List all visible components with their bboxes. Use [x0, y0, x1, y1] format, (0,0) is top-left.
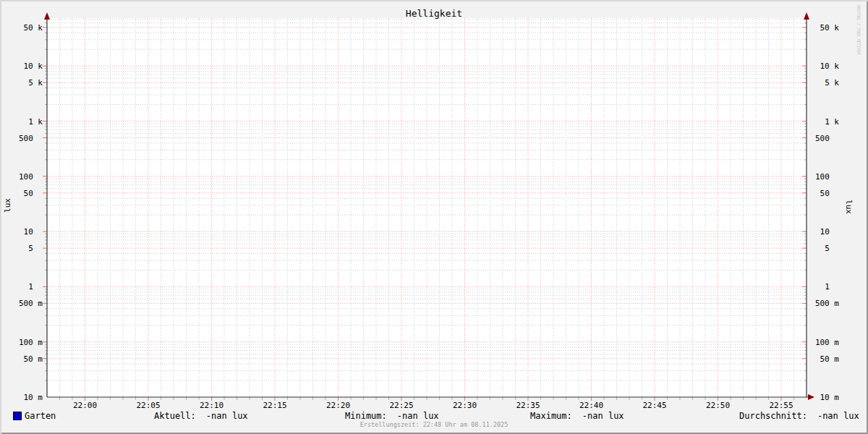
x-tick-label: 22:25 [389, 401, 413, 410]
y-tick-label-right: 10 k [820, 61, 840, 71]
y-tick-label-left: 1 [28, 282, 33, 292]
x-tick-label: 22:20 [326, 401, 350, 410]
x-tick-label: 22:05 [136, 401, 160, 410]
y-tick-label-left: 50 k [24, 23, 43, 33]
x-tick-label: 22:15 [263, 401, 286, 410]
x-tick-label: 22:50 [706, 401, 730, 410]
y-tick-label-left: 500 [19, 134, 33, 143]
y-tick-label-left: 5 [28, 244, 33, 253]
x-tick-label: 22:55 [769, 401, 793, 410]
y-tick-label-right: 50 m [820, 354, 840, 364]
x-tick-label: 22:00 [73, 401, 97, 410]
x-tick-label: 22:35 [516, 401, 540, 410]
x-tick-label: 22:40 [579, 401, 603, 410]
y-axis-label-left: lux [3, 198, 12, 213]
y-tick-label-left: 50 [24, 189, 33, 198]
y-tick-label-right: 50 [820, 189, 830, 198]
x-tick-label: 22:45 [642, 401, 666, 410]
y-axis-label-right: lux [844, 200, 854, 214]
y-tick-label-right: 100 m [815, 338, 839, 347]
rrdtool-graph: 50 k50 k10 k10 k5 k5 k1 k1 k500500100100… [0, 0, 868, 434]
y-tick-label-left: 50 m [24, 354, 43, 364]
y-tick-label-right: 500 m [815, 299, 839, 308]
y-tick-label-left: 1 k [28, 117, 43, 127]
y-tick-label-right: 1 [825, 282, 830, 292]
y-tick-label-right: 5 k [825, 78, 839, 88]
y-tick-label-right: 1 k [825, 117, 839, 127]
x-tick-label: 22:10 [200, 401, 224, 410]
creation-time: Erstellungszeit: 22:48 Uhr am 08.11.2025 [0, 421, 868, 428]
y-tick-label-right: 5 [825, 244, 830, 253]
y-tick-label-right: 100 [815, 172, 830, 182]
y-tick-label-right: 10 m [820, 393, 840, 402]
y-tick-label-left: 10 k [24, 61, 43, 71]
y-tick-label-left: 100 [19, 172, 33, 182]
y-tick-label-left: 5 k [28, 78, 43, 88]
y-tick-label-left: 500 m [19, 299, 43, 308]
y-tick-label-left: 100 m [19, 338, 43, 347]
chart-title: Helligkeit [0, 8, 868, 19]
x-axis-arrow-icon [808, 394, 814, 400]
y-tick-label-right: 500 [815, 134, 830, 143]
chart-canvas: 50 k50 k10 k10 k5 k5 k1 k1 k500500100100… [0, 0, 868, 434]
x-tick-label: 22:30 [453, 401, 477, 410]
y-tick-label-left: 10 [24, 227, 33, 237]
rrdtool-watermark: RRDTOOL / TOBI OETIKER [856, 5, 861, 54]
y-tick-label-right: 10 [820, 227, 830, 237]
y-tick-label-right: 50 k [820, 23, 840, 33]
y-tick-label-left: 10 m [24, 393, 43, 402]
